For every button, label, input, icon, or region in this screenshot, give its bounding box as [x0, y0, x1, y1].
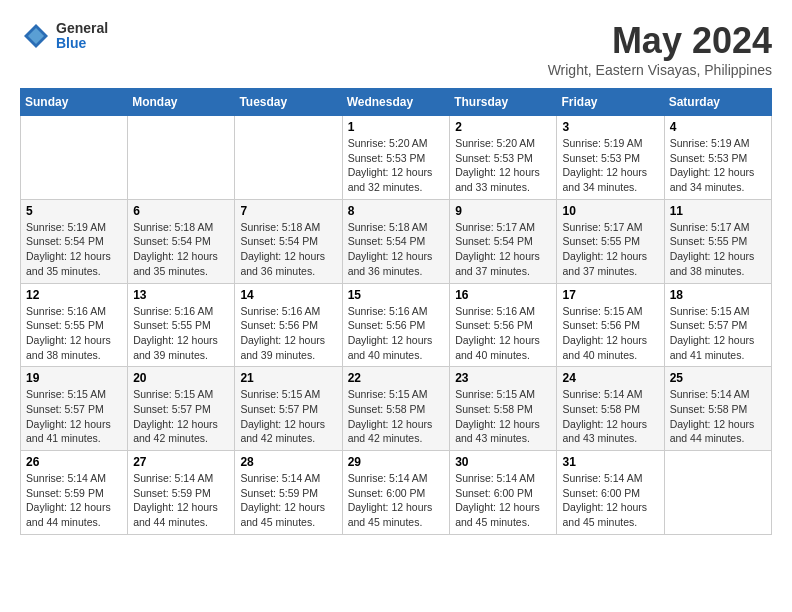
- calendar-cell: 14Sunrise: 5:16 AMSunset: 5:56 PMDayligh…: [235, 283, 342, 367]
- day-info: Sunrise: 5:20 AMSunset: 5:53 PMDaylight:…: [455, 136, 551, 195]
- calendar-cell: 6Sunrise: 5:18 AMSunset: 5:54 PMDaylight…: [128, 199, 235, 283]
- day-number: 21: [240, 371, 336, 385]
- day-info: Sunrise: 5:16 AMSunset: 5:56 PMDaylight:…: [240, 304, 336, 363]
- day-info: Sunrise: 5:15 AMSunset: 5:57 PMDaylight:…: [240, 387, 336, 446]
- calendar-cell: 5Sunrise: 5:19 AMSunset: 5:54 PMDaylight…: [21, 199, 128, 283]
- day-info: Sunrise: 5:14 AMSunset: 5:58 PMDaylight:…: [562, 387, 658, 446]
- day-number: 31: [562, 455, 658, 469]
- day-number: 8: [348, 204, 445, 218]
- day-number: 12: [26, 288, 122, 302]
- calendar-cell: 23Sunrise: 5:15 AMSunset: 5:58 PMDayligh…: [450, 367, 557, 451]
- logo-blue: Blue: [56, 36, 108, 51]
- day-info: Sunrise: 5:14 AMSunset: 6:00 PMDaylight:…: [455, 471, 551, 530]
- calendar-cell: 21Sunrise: 5:15 AMSunset: 5:57 PMDayligh…: [235, 367, 342, 451]
- day-number: 19: [26, 371, 122, 385]
- calendar-cell: 3Sunrise: 5:19 AMSunset: 5:53 PMDaylight…: [557, 116, 664, 200]
- day-number: 27: [133, 455, 229, 469]
- day-number: 14: [240, 288, 336, 302]
- calendar-day-header: Tuesday: [235, 89, 342, 116]
- day-number: 10: [562, 204, 658, 218]
- day-info: Sunrise: 5:19 AMSunset: 5:53 PMDaylight:…: [670, 136, 766, 195]
- day-info: Sunrise: 5:16 AMSunset: 5:56 PMDaylight:…: [455, 304, 551, 363]
- day-number: 9: [455, 204, 551, 218]
- day-number: 3: [562, 120, 658, 134]
- calendar-cell: 8Sunrise: 5:18 AMSunset: 5:54 PMDaylight…: [342, 199, 450, 283]
- day-info: Sunrise: 5:17 AMSunset: 5:55 PMDaylight:…: [562, 220, 658, 279]
- day-info: Sunrise: 5:20 AMSunset: 5:53 PMDaylight:…: [348, 136, 445, 195]
- day-number: 20: [133, 371, 229, 385]
- calendar-week-row: 12Sunrise: 5:16 AMSunset: 5:55 PMDayligh…: [21, 283, 772, 367]
- day-info: Sunrise: 5:16 AMSunset: 5:56 PMDaylight:…: [348, 304, 445, 363]
- calendar-cell: 13Sunrise: 5:16 AMSunset: 5:55 PMDayligh…: [128, 283, 235, 367]
- calendar-cell: 25Sunrise: 5:14 AMSunset: 5:58 PMDayligh…: [664, 367, 771, 451]
- day-number: 23: [455, 371, 551, 385]
- day-number: 4: [670, 120, 766, 134]
- day-info: Sunrise: 5:19 AMSunset: 5:54 PMDaylight:…: [26, 220, 122, 279]
- day-number: 17: [562, 288, 658, 302]
- day-info: Sunrise: 5:16 AMSunset: 5:55 PMDaylight:…: [133, 304, 229, 363]
- day-info: Sunrise: 5:15 AMSunset: 5:57 PMDaylight:…: [26, 387, 122, 446]
- day-info: Sunrise: 5:18 AMSunset: 5:54 PMDaylight:…: [348, 220, 445, 279]
- day-info: Sunrise: 5:18 AMSunset: 5:54 PMDaylight:…: [133, 220, 229, 279]
- day-info: Sunrise: 5:15 AMSunset: 5:57 PMDaylight:…: [133, 387, 229, 446]
- day-info: Sunrise: 5:14 AMSunset: 5:58 PMDaylight:…: [670, 387, 766, 446]
- logo: General Blue: [20, 20, 108, 52]
- calendar-day-header: Sunday: [21, 89, 128, 116]
- calendar-cell: 10Sunrise: 5:17 AMSunset: 5:55 PMDayligh…: [557, 199, 664, 283]
- calendar-cell: 22Sunrise: 5:15 AMSunset: 5:58 PMDayligh…: [342, 367, 450, 451]
- location: Wright, Eastern Visayas, Philippines: [548, 62, 772, 78]
- calendar-cell: 26Sunrise: 5:14 AMSunset: 5:59 PMDayligh…: [21, 451, 128, 535]
- calendar-cell: 30Sunrise: 5:14 AMSunset: 6:00 PMDayligh…: [450, 451, 557, 535]
- calendar-week-row: 5Sunrise: 5:19 AMSunset: 5:54 PMDaylight…: [21, 199, 772, 283]
- calendar-cell: [235, 116, 342, 200]
- title-area: May 2024 Wright, Eastern Visayas, Philip…: [548, 20, 772, 78]
- calendar-day-header: Thursday: [450, 89, 557, 116]
- day-number: 16: [455, 288, 551, 302]
- day-number: 15: [348, 288, 445, 302]
- logo-icon: [20, 20, 52, 52]
- day-info: Sunrise: 5:14 AMSunset: 5:59 PMDaylight:…: [240, 471, 336, 530]
- day-info: Sunrise: 5:17 AMSunset: 5:55 PMDaylight:…: [670, 220, 766, 279]
- calendar-cell: 16Sunrise: 5:16 AMSunset: 5:56 PMDayligh…: [450, 283, 557, 367]
- day-info: Sunrise: 5:14 AMSunset: 5:59 PMDaylight:…: [133, 471, 229, 530]
- calendar-cell: 4Sunrise: 5:19 AMSunset: 5:53 PMDaylight…: [664, 116, 771, 200]
- day-number: 26: [26, 455, 122, 469]
- calendar-cell: [21, 116, 128, 200]
- day-info: Sunrise: 5:15 AMSunset: 5:56 PMDaylight:…: [562, 304, 658, 363]
- calendar-header-row: SundayMondayTuesdayWednesdayThursdayFrid…: [21, 89, 772, 116]
- calendar-cell: 1Sunrise: 5:20 AMSunset: 5:53 PMDaylight…: [342, 116, 450, 200]
- day-info: Sunrise: 5:18 AMSunset: 5:54 PMDaylight:…: [240, 220, 336, 279]
- calendar-day-header: Monday: [128, 89, 235, 116]
- calendar-cell: 15Sunrise: 5:16 AMSunset: 5:56 PMDayligh…: [342, 283, 450, 367]
- day-number: 6: [133, 204, 229, 218]
- day-number: 7: [240, 204, 336, 218]
- calendar-day-header: Friday: [557, 89, 664, 116]
- calendar-cell: 11Sunrise: 5:17 AMSunset: 5:55 PMDayligh…: [664, 199, 771, 283]
- calendar-week-row: 1Sunrise: 5:20 AMSunset: 5:53 PMDaylight…: [21, 116, 772, 200]
- calendar-cell: [128, 116, 235, 200]
- calendar-cell: 27Sunrise: 5:14 AMSunset: 5:59 PMDayligh…: [128, 451, 235, 535]
- day-number: 1: [348, 120, 445, 134]
- day-number: 28: [240, 455, 336, 469]
- day-number: 5: [26, 204, 122, 218]
- day-info: Sunrise: 5:15 AMSunset: 5:58 PMDaylight:…: [455, 387, 551, 446]
- calendar-cell: 12Sunrise: 5:16 AMSunset: 5:55 PMDayligh…: [21, 283, 128, 367]
- calendar-cell: 9Sunrise: 5:17 AMSunset: 5:54 PMDaylight…: [450, 199, 557, 283]
- day-info: Sunrise: 5:14 AMSunset: 6:00 PMDaylight:…: [562, 471, 658, 530]
- calendar-week-row: 19Sunrise: 5:15 AMSunset: 5:57 PMDayligh…: [21, 367, 772, 451]
- calendar-cell: 7Sunrise: 5:18 AMSunset: 5:54 PMDaylight…: [235, 199, 342, 283]
- calendar-cell: 2Sunrise: 5:20 AMSunset: 5:53 PMDaylight…: [450, 116, 557, 200]
- calendar-cell: 29Sunrise: 5:14 AMSunset: 6:00 PMDayligh…: [342, 451, 450, 535]
- logo-text: General Blue: [56, 21, 108, 52]
- day-number: 2: [455, 120, 551, 134]
- calendar-day-header: Wednesday: [342, 89, 450, 116]
- calendar-table: SundayMondayTuesdayWednesdayThursdayFrid…: [20, 88, 772, 535]
- day-number: 13: [133, 288, 229, 302]
- calendar-cell: 18Sunrise: 5:15 AMSunset: 5:57 PMDayligh…: [664, 283, 771, 367]
- calendar-cell: 31Sunrise: 5:14 AMSunset: 6:00 PMDayligh…: [557, 451, 664, 535]
- logo-general: General: [56, 21, 108, 36]
- calendar-cell: 17Sunrise: 5:15 AMSunset: 5:56 PMDayligh…: [557, 283, 664, 367]
- calendar-cell: 19Sunrise: 5:15 AMSunset: 5:57 PMDayligh…: [21, 367, 128, 451]
- calendar-cell: 28Sunrise: 5:14 AMSunset: 5:59 PMDayligh…: [235, 451, 342, 535]
- day-number: 25: [670, 371, 766, 385]
